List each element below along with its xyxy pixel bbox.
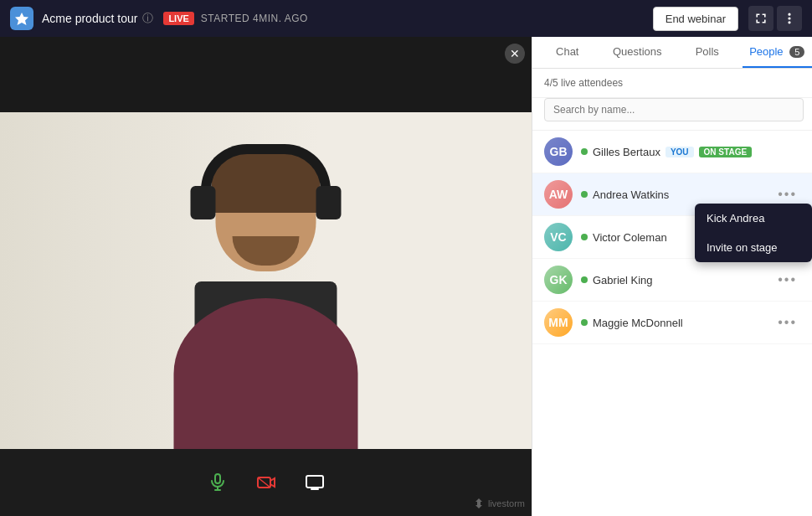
more-options-gabriel[interactable]: ••• [774, 272, 800, 287]
camera-button[interactable] [250, 467, 282, 498]
online-dot [581, 148, 588, 155]
avatar-gilles: GB [544, 137, 573, 166]
avatar-gabriel: GK [544, 266, 573, 294]
svg-rect-1 [215, 474, 220, 483]
search-box [532, 98, 812, 131]
online-dot-maggie [581, 319, 588, 326]
attendee-list: GB Gilles Bertaux YOU ON STAGE AW Andrea… [532, 131, 812, 516]
avatar-maggie: MM [544, 308, 573, 337]
attendee-item-maggie[interactable]: MM Maggie McDonnell ••• [532, 302, 812, 344]
right-panel: Chat Questions Polls People 5 4/5 live a… [532, 37, 812, 516]
attendee-count: 4/5 live attendees [532, 69, 812, 98]
tab-people[interactable]: People 5 [743, 37, 813, 68]
attendee-name-gabriel: Gabriel King [593, 274, 774, 286]
search-input[interactable] [544, 98, 804, 121]
video-top-bar: ✕ [0, 37, 532, 112]
avatar-victor: VC [544, 223, 573, 251]
webinar-title: Acme product tour [42, 12, 137, 25]
invite-on-stage-item[interactable]: Invite on stage [695, 233, 812, 262]
context-menu-andrea: Kick Andrea Invite on stage [695, 204, 812, 262]
info-icon: ⓘ [142, 11, 153, 26]
live-badge: LIVE [163, 12, 193, 25]
tab-questions[interactable]: Questions [603, 37, 673, 68]
avatar-andrea: AW [544, 180, 573, 209]
online-dot-gabriel [581, 276, 588, 283]
fullscreen-button[interactable] [748, 6, 773, 31]
people-count-badge: 5 [789, 46, 804, 58]
more-options-button[interactable] [777, 6, 802, 31]
attendee-name-maggie: Maggie McDonnell [593, 317, 774, 329]
headphone-right [316, 186, 342, 219]
attendee-item-gabriel[interactable]: GK Gabriel King ••• [532, 259, 812, 302]
video-area: ✕ [0, 37, 532, 516]
headphone-band [201, 144, 331, 190]
close-button[interactable]: ✕ [505, 44, 525, 64]
person-body [174, 298, 358, 449]
online-dot-andrea [581, 191, 588, 198]
more-options-maggie[interactable]: ••• [774, 315, 800, 330]
svg-line-5 [258, 477, 270, 488]
video-person [0, 112, 532, 449]
video-main [0, 112, 532, 449]
end-webinar-button[interactable]: End webinar [653, 7, 738, 31]
tab-polls[interactable]: Polls [672, 37, 743, 68]
header: Acme product tour ⓘ LIVE STARTED 4MIN. A… [0, 0, 812, 37]
online-dot-victor [581, 234, 588, 240]
person-figure [132, 112, 400, 449]
screen-share-button[interactable] [299, 467, 331, 498]
on-stage-badge: ON STAGE [699, 147, 752, 157]
attendee-item-gilles[interactable]: GB Gilles Bertaux YOU ON STAGE [532, 131, 812, 173]
attendee-name-andrea: Andrea Watkins [593, 188, 774, 201]
headphone-left [191, 186, 216, 219]
microphone-button[interactable] [202, 467, 234, 498]
main-content: ✕ [0, 37, 812, 516]
tab-chat[interactable]: Chat [532, 37, 603, 68]
attendee-name-gilles: Gilles Bertaux YOU ON STAGE [593, 146, 800, 158]
svg-rect-6 [306, 476, 323, 488]
tabs-bar: Chat Questions Polls People 5 [532, 37, 812, 69]
more-options-andrea[interactable]: ••• [774, 187, 800, 202]
video-controls [0, 449, 532, 516]
attendee-item-andrea[interactable]: AW Andrea Watkins ••• Kick Andrea Invite… [532, 173, 812, 216]
kick-andrea-item[interactable]: Kick Andrea [695, 204, 812, 233]
you-badge: YOU [666, 147, 694, 157]
logo [10, 7, 33, 30]
watermark: livestorm [473, 498, 525, 509]
live-time: STARTED 4MIN. AGO [201, 13, 308, 24]
svg-marker-0 [15, 13, 28, 25]
